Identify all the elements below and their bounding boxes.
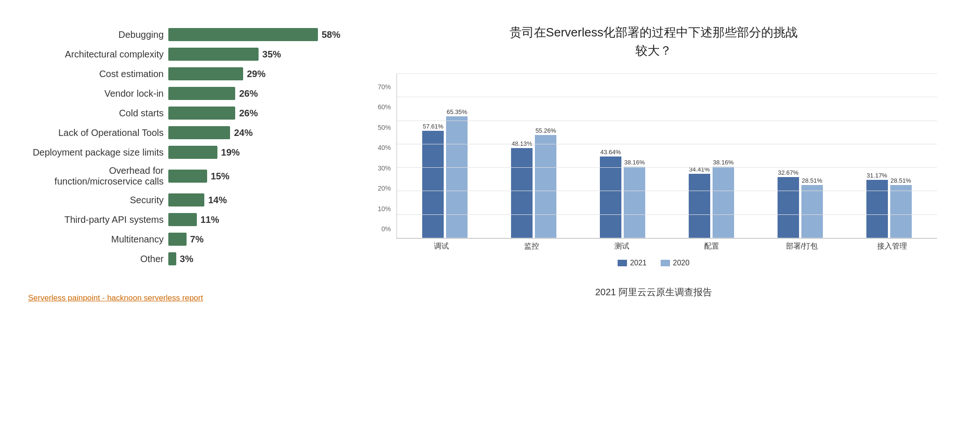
bar-track: 14% (168, 193, 355, 206)
legend-item-2021: 2021 (618, 259, 647, 267)
bar-value-2021: 57.61% (423, 123, 443, 130)
y-axis-label: 30% (370, 164, 391, 172)
left-panel: Debugging58%Architectural complexity35%C… (28, 19, 355, 303)
x-axis-label: 监控 (487, 242, 577, 251)
bar-fill (168, 48, 259, 61)
bar-row: Multitenancy7% (28, 233, 355, 246)
bar-rect-2020 (801, 185, 823, 238)
bar-group: 57.61%65.35% (422, 108, 468, 238)
bar-fill (168, 146, 217, 159)
bar-row: Other3% (28, 252, 355, 265)
x-axis-label: 测试 (576, 242, 667, 251)
legend-color-2020 (661, 260, 670, 266)
bar-row: Vendor lock-in26% (28, 87, 355, 100)
bar-fill (168, 28, 318, 41)
grid-line (397, 214, 937, 215)
x-axis-label: 配置 (667, 242, 757, 251)
bar-pct-label: 3% (180, 254, 194, 264)
bar-pct-label: 7% (190, 234, 204, 245)
y-axis: 0%10%20%30%40%50%60%70% (370, 83, 393, 233)
bar-pct-label: 35% (262, 49, 281, 60)
legend: 2021 2020 (618, 259, 689, 267)
bar-pct-label: 24% (234, 128, 252, 138)
bar-fill (168, 213, 197, 226)
bar-fill (168, 67, 243, 80)
bar-track: 26% (168, 87, 355, 100)
bar-fill (168, 87, 235, 100)
bar-pct-label: 29% (247, 69, 266, 79)
bar-pct-label: 11% (201, 214, 219, 225)
grid-line (397, 121, 937, 121)
bar-group: 31.17%28.51% (866, 172, 912, 238)
bar-track: 29% (168, 67, 355, 80)
horizontal-bar-chart: Debugging58%Architectural complexity35%C… (28, 28, 355, 265)
bar-rect-2020 (713, 167, 734, 238)
grid-line (397, 144, 937, 144)
bar-group: 34.41%38.16% (689, 159, 734, 238)
y-axis-label: 60% (370, 103, 391, 111)
bar-track: 7% (168, 233, 355, 246)
bar-value-2020: 65.35% (447, 108, 467, 115)
bar-pct-label: 26% (239, 88, 258, 99)
bar-rect-2021 (422, 131, 444, 238)
bar-track: 58% (168, 28, 355, 41)
bar-row: Security14% (28, 193, 355, 206)
grouped-chart-container: 0%10%20%30%40%50%60%70% 57.61%65.35%48.1… (355, 74, 952, 267)
bar-label: Cold starts (28, 108, 164, 119)
bar-fill (168, 170, 207, 183)
bar-label: Multitenancy (28, 234, 164, 245)
y-axis-label: 40% (370, 144, 391, 151)
bar-label: Other (28, 254, 164, 264)
chart-title: 贵司在Serverless化部署的过程中下述那些部分的挑战 较大？ (510, 23, 798, 60)
grid-line (397, 167, 937, 168)
bar-rect-2021 (689, 174, 710, 238)
right-source: 2021 阿里云云原生调查报告 (595, 267, 712, 299)
bar-track: 19% (168, 146, 355, 159)
legend-label-2021: 2021 (630, 259, 647, 267)
legend-color-2021 (618, 260, 627, 266)
bar-rect-2020 (624, 167, 645, 238)
y-axis-label: 10% (370, 205, 391, 213)
legend-label-2020: 2020 (673, 259, 690, 267)
bar-track: 3% (168, 252, 355, 265)
bar-fill (168, 233, 187, 246)
bar-label: Security (28, 195, 164, 206)
bar-value-2020: 38.16% (713, 159, 734, 166)
bar-pct-label: 15% (211, 171, 230, 182)
bar-track: 11% (168, 213, 355, 226)
bar-track: 24% (168, 126, 355, 139)
bar-fill (168, 107, 235, 120)
source-link[interactable]: Serverless painpoint - hacknoon serverle… (28, 293, 355, 303)
bar-fill (168, 126, 230, 139)
bar-row: Deployment package size limits19% (28, 146, 355, 159)
x-axis-labels: 调试监控测试配置部署/打包接入管理 (396, 238, 937, 251)
bar-fill (168, 193, 204, 206)
bar-value-2021: 43.64% (600, 149, 621, 156)
bar-row: Lack of Operational Tools24% (28, 126, 355, 139)
bar-value-2020: 55.26% (535, 127, 556, 134)
y-axis-label: 0% (370, 225, 391, 233)
x-axis-label: 调试 (396, 242, 487, 251)
bar-label: Deployment package size limits (28, 147, 164, 158)
bar-label: Cost estimation (28, 69, 164, 79)
bar-pct-label: 26% (239, 108, 258, 119)
bar-track: 35% (168, 48, 355, 61)
x-axis-label: 接入管理 (847, 242, 937, 251)
bar-label: Lack of Operational Tools (28, 128, 164, 138)
bar-row: Cost estimation29% (28, 67, 355, 80)
grid-line (397, 238, 937, 238)
bar-group: 32.67%28.51% (778, 169, 823, 238)
bar-value-2020: 28.51% (891, 177, 911, 184)
bar-label: Architectural complexity (28, 49, 164, 60)
bar-row: Overhead for function/microservice calls… (28, 165, 355, 187)
bar-row: Third-party API systems11% (28, 213, 355, 226)
bar-track: 15% (168, 170, 355, 183)
bar-rect-2021 (600, 157, 621, 238)
bar-label: Overhead for function/microservice calls (28, 165, 164, 187)
bar-value-2020: 38.16% (624, 159, 645, 166)
bar-pct-label: 19% (221, 147, 240, 158)
grid-line (397, 73, 937, 74)
bar-group: 43.64%38.16% (600, 149, 645, 238)
bar-rect-2021 (511, 148, 533, 238)
bar-rect-2021 (778, 177, 799, 238)
